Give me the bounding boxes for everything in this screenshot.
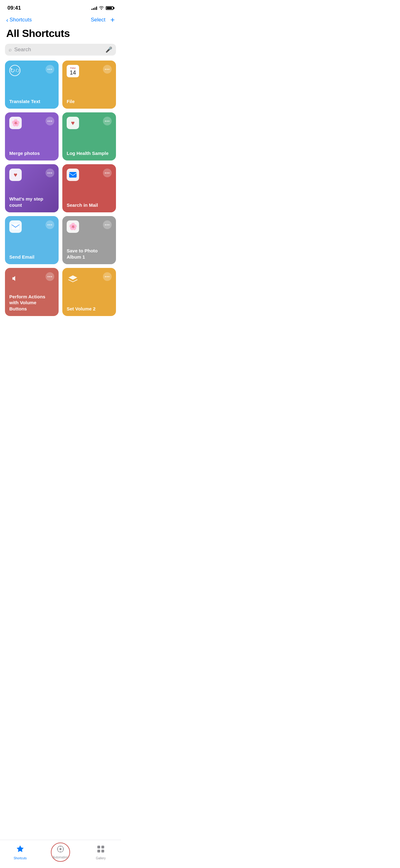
shortcut-card-log-health[interactable]: ♥ ••• Log Health Sample: [62, 113, 116, 160]
shortcut-card-volume-buttons[interactable]: ••• Perform Actions with Volume Buttons: [5, 268, 59, 316]
svg-rect-1: [12, 224, 19, 229]
svg-rect-0: [69, 172, 76, 178]
more-button[interactable]: •••: [103, 168, 112, 177]
search-bar[interactable]: ⌕ Search 🎤: [5, 44, 116, 56]
more-button[interactable]: •••: [103, 65, 112, 73]
calendar-icon: THU 14: [67, 65, 79, 77]
battery-icon: [106, 6, 113, 10]
more-button[interactable]: •••: [103, 272, 112, 281]
card-title: Send Email: [9, 251, 54, 260]
nav-right: Select +: [91, 16, 115, 24]
more-button[interactable]: •••: [103, 220, 112, 229]
card-title: What's my step count: [9, 193, 54, 208]
shortcut-card-merge-photos[interactable]: 🌸 ••• Merge photos: [5, 113, 59, 160]
card-title: File: [67, 96, 112, 104]
search-icon: ⌕: [9, 47, 12, 53]
more-button[interactable]: •••: [45, 117, 54, 125]
photos-icon: 🌸: [9, 117, 22, 129]
more-button[interactable]: •••: [45, 272, 54, 281]
shortcut-card-search-mail[interactable]: ••• Search in Mail: [62, 164, 116, 212]
mail-icon: [67, 168, 79, 181]
nav-bar: ‹ Shortcuts Select +: [0, 14, 121, 26]
add-shortcut-button[interactable]: +: [110, 16, 115, 24]
wifi-icon: [99, 6, 104, 10]
translate-icon: [9, 65, 21, 76]
health-icon: ♥: [67, 117, 79, 129]
card-title: Save to Photo Album 1: [67, 245, 112, 260]
shortcut-card-translate-text[interactable]: ••• Translate Text: [5, 61, 59, 108]
status-icons: [92, 6, 113, 10]
card-title: Perform Actions with Volume Buttons: [9, 291, 54, 312]
signal-icon: [92, 6, 97, 10]
page-title: All Shortcuts: [0, 26, 121, 44]
search-container: ⌕ Search 🎤: [0, 44, 121, 61]
status-time: 09:41: [7, 5, 21, 11]
health-icon: ♥: [9, 168, 22, 181]
photos-icon: 🌸: [67, 220, 79, 233]
shortcut-card-file[interactable]: THU 14 ••• File: [62, 61, 116, 108]
layers-icon: [67, 272, 79, 285]
microphone-icon[interactable]: 🎤: [105, 46, 112, 53]
volume-icon: [9, 272, 22, 285]
more-button[interactable]: •••: [103, 117, 112, 125]
card-title: Set Volume 2: [67, 303, 112, 312]
more-button[interactable]: •••: [45, 220, 54, 229]
chevron-left-icon: ‹: [6, 17, 8, 23]
back-label: Shortcuts: [10, 17, 32, 23]
shortcut-card-save-photo[interactable]: 🌸 ••• Save to Photo Album 1: [62, 216, 116, 264]
shortcut-card-set-volume[interactable]: ••• Set Volume 2: [62, 268, 116, 316]
shortcuts-grid: ••• Translate Text THU 14 ••• File 🌸 •••…: [0, 61, 121, 316]
back-button[interactable]: ‹ Shortcuts: [6, 17, 32, 23]
search-input[interactable]: Search: [14, 46, 103, 53]
mail-icon: [9, 220, 22, 233]
select-button[interactable]: Select: [91, 17, 105, 23]
more-button[interactable]: •••: [45, 65, 54, 73]
card-title: Log Health Sample: [67, 148, 112, 156]
card-title: Translate Text: [9, 96, 54, 104]
shortcut-card-send-email[interactable]: ••• Send Email: [5, 216, 59, 264]
status-bar: 09:41: [0, 0, 121, 14]
card-title: Search in Mail: [67, 199, 112, 208]
card-title: Merge photos: [9, 148, 54, 156]
shortcut-card-step-count[interactable]: ♥ ••• What's my step count: [5, 164, 59, 212]
more-button[interactable]: •••: [45, 168, 54, 177]
